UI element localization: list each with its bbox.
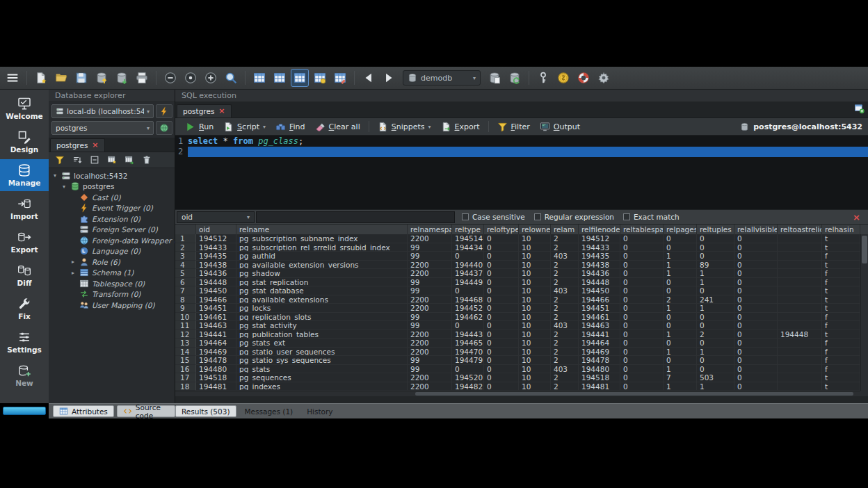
- grid-cell[interactable]: 194480: [196, 365, 236, 374]
- grid-cell[interactable]: pg_indexes: [236, 382, 408, 391]
- sidebar-item-diff[interactable]: Diff: [0, 259, 49, 291]
- grid-cell[interactable]: pg_statio_sys_sequences: [236, 356, 408, 365]
- grid-cell[interactable]: [778, 373, 822, 382]
- grid-cell[interactable]: 194470: [452, 348, 484, 357]
- grid-cell[interactable]: 194435: [196, 252, 236, 261]
- row-number-cell[interactable]: 9: [175, 304, 196, 313]
- grid-cell[interactable]: 194469: [579, 348, 620, 357]
- grid-cell[interactable]: 194448: [579, 278, 620, 287]
- tree-item[interactable]: Event Trigger (0): [49, 203, 175, 214]
- grid-column-header[interactable]: reltoastrelid: [778, 225, 822, 234]
- vertical-scrollbar-thumb[interactable]: [862, 236, 867, 263]
- filter-option-exact-match[interactable]: Exact match: [623, 213, 680, 221]
- grid-column-header[interactable]: oid: [196, 225, 236, 234]
- grid-cell[interactable]: [778, 286, 822, 295]
- new-grid-button[interactable]: [854, 104, 865, 117]
- tree-item[interactable]: Language (0): [49, 246, 175, 257]
- grid-cell[interactable]: 99: [408, 243, 452, 252]
- grid-cell[interactable]: 1: [697, 304, 734, 313]
- grid-cell[interactable]: 403: [551, 365, 579, 374]
- grid-cell[interactable]: pg_stat_replication: [236, 278, 408, 287]
- open-file-button[interactable]: [52, 69, 70, 87]
- grid-cell[interactable]: 2: [551, 234, 579, 243]
- grid-cell[interactable]: 194440: [452, 261, 484, 270]
- grid-cell[interactable]: 0: [697, 234, 734, 243]
- grid-cell[interactable]: 2: [551, 243, 579, 252]
- credentials-button[interactable]: [534, 69, 552, 87]
- grid-cell[interactable]: 0: [664, 243, 697, 252]
- grid-cell[interactable]: 2200: [408, 295, 452, 304]
- sidebar-item-welcome[interactable]: Welcome: [0, 92, 49, 124]
- grid-cell[interactable]: 0: [452, 252, 484, 261]
- grid-cell[interactable]: 194433: [579, 243, 620, 252]
- grid-cell[interactable]: 194478: [196, 356, 236, 365]
- grid-cell[interactable]: 2: [551, 373, 579, 382]
- grid-cell[interactable]: 10: [519, 295, 551, 304]
- delete-object-button[interactable]: [140, 154, 153, 166]
- data-view-3-button[interactable]: [291, 69, 309, 87]
- row-number-cell[interactable]: 2: [175, 243, 196, 252]
- grid-column-header[interactable]: relowner: [519, 225, 551, 234]
- row-number-cell[interactable]: 4: [175, 261, 196, 270]
- grid-cell[interactable]: pg_shadow: [236, 269, 408, 278]
- grid-cell[interactable]: 194463: [579, 321, 620, 330]
- grid-cell[interactable]: 10: [519, 330, 551, 339]
- grid-cell[interactable]: 0: [734, 286, 778, 295]
- grid-cell[interactable]: 194465: [452, 339, 484, 348]
- grid-cell[interactable]: 194480: [579, 365, 620, 374]
- grid-cell[interactable]: 1: [664, 348, 697, 357]
- row-number-cell[interactable]: 15: [175, 356, 196, 365]
- filter-button[interactable]: Filter: [493, 120, 534, 134]
- row-number-cell[interactable]: 14: [175, 348, 196, 357]
- grid-cell[interactable]: pg_subscription_rel_srrelid_srsubid_inde…: [236, 243, 408, 252]
- close-filter-icon[interactable]: ×: [853, 213, 860, 222]
- sidebar-item-design[interactable]: Design: [0, 126, 49, 158]
- grid-cell[interactable]: 0: [664, 234, 697, 243]
- grid-cell[interactable]: 194443: [452, 330, 484, 339]
- grid-cell[interactable]: t: [822, 330, 860, 339]
- grid-cell[interactable]: 194464: [579, 339, 620, 348]
- grid-cell[interactable]: 194482: [452, 382, 484, 391]
- grid-cell[interactable]: 0: [734, 278, 778, 287]
- grid-cell[interactable]: 194448: [196, 278, 236, 287]
- grid-cell[interactable]: 10: [519, 348, 551, 357]
- grid-cell[interactable]: f: [822, 365, 860, 374]
- grid-cell[interactable]: 194481: [579, 382, 620, 391]
- grid-cell[interactable]: 1: [664, 269, 697, 278]
- grid-cell[interactable]: 0: [484, 234, 519, 243]
- refresh-database-button[interactable]: [506, 69, 524, 87]
- grid-cell[interactable]: 2200: [408, 269, 452, 278]
- grid-cell[interactable]: 194468: [452, 295, 484, 304]
- grid-cell[interactable]: 194464: [196, 339, 236, 348]
- grid-cell[interactable]: 0: [734, 365, 778, 374]
- grid-cell[interactable]: 194479: [452, 356, 484, 365]
- grid-cell[interactable]: t: [822, 304, 860, 313]
- grid-cell[interactable]: pg_available_extension_versions: [236, 261, 408, 270]
- grid-cell[interactable]: 194518: [579, 373, 620, 382]
- grid-cell[interactable]: 2200: [408, 304, 452, 313]
- grid-cell[interactable]: 194433: [196, 243, 236, 252]
- grid-cell[interactable]: pg_authid: [236, 252, 408, 261]
- grid-cell[interactable]: 0: [620, 356, 664, 365]
- grid-cell[interactable]: 10: [519, 304, 551, 313]
- grid-cell[interactable]: 10: [519, 278, 551, 287]
- grid-cell[interactable]: 194512: [579, 234, 620, 243]
- grid-cell[interactable]: 0: [620, 234, 664, 243]
- grid-cell[interactable]: 194451: [196, 304, 236, 313]
- row-number-cell[interactable]: 16: [175, 365, 196, 374]
- grid-cell[interactable]: 0: [697, 356, 734, 365]
- grid-cell[interactable]: 0: [452, 286, 484, 295]
- grid-cell[interactable]: [778, 339, 822, 348]
- tree-item[interactable]: Foreign Server (0): [49, 225, 175, 236]
- grid-cell[interactable]: 403: [551, 321, 579, 330]
- help-button[interactable]: [574, 69, 593, 87]
- grid-column-header[interactable]: reloftype: [484, 225, 519, 234]
- preferences-button[interactable]: [595, 69, 613, 87]
- grid-cell[interactable]: 0: [734, 295, 778, 304]
- grid-column-header[interactable]: relhasin: [822, 225, 860, 234]
- grid-cell[interactable]: 0: [734, 373, 778, 382]
- grid-cell[interactable]: pg_stat_activity: [236, 321, 408, 330]
- output-button[interactable]: Output: [536, 120, 584, 134]
- collapse-all-button[interactable]: [88, 154, 101, 166]
- grid-cell[interactable]: 0: [664, 356, 697, 365]
